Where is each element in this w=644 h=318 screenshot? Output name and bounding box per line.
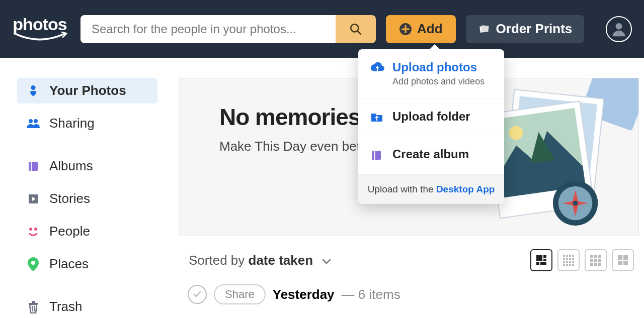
album-icon: [26, 159, 40, 173]
svg-point-14: [31, 261, 35, 265]
order-prints-label: Order Prints: [496, 21, 573, 37]
svg-rect-38: [563, 258, 565, 260]
logo[interactable]: photos: [12, 16, 67, 43]
check-icon: [192, 289, 202, 299]
view-mode-large-grid[interactable]: [612, 249, 634, 271]
svg-rect-37: [572, 255, 574, 257]
sidebar-item-label: Sharing: [49, 116, 95, 131]
people-icon: [26, 117, 40, 131]
dropdown-create-album[interactable]: Create album: [358, 136, 504, 175]
svg-point-28: [573, 200, 578, 205]
profile-avatar[interactable]: [606, 16, 632, 42]
sidebar-item-people[interactable]: People: [17, 219, 157, 244]
svg-rect-64: [374, 151, 375, 160]
dense-grid-icon: [562, 254, 575, 266]
svg-rect-47: [566, 264, 568, 266]
svg-rect-30: [543, 255, 546, 258]
view-mode-dense-grid[interactable]: [557, 249, 580, 271]
cloud-upload-icon: [370, 62, 384, 75]
svg-rect-63: [372, 151, 381, 160]
sidebar-item-albums[interactable]: Albums: [17, 153, 157, 179]
svg-rect-57: [594, 263, 597, 266]
svg-rect-42: [563, 261, 565, 263]
svg-point-13: [34, 228, 37, 231]
location-pin-icon: [26, 257, 40, 271]
add-button[interactable]: Add: [386, 15, 456, 43]
group-title: Yesterday: [273, 287, 335, 302]
svg-rect-16: [32, 301, 35, 303]
trash-icon: [26, 300, 40, 314]
search-bar: [80, 15, 376, 43]
svg-rect-41: [572, 258, 574, 260]
dropdown-item-subtitle: Add photos and videos: [392, 76, 485, 87]
sidebar-item-label: Places: [49, 256, 89, 272]
search-icon: [349, 23, 362, 36]
svg-rect-34: [563, 255, 565, 257]
svg-rect-10: [31, 162, 32, 171]
svg-rect-33: [540, 262, 546, 265]
svg-rect-29: [536, 255, 542, 261]
svg-rect-50: [590, 255, 593, 258]
svg-line-1: [357, 31, 361, 34]
svg-rect-4: [481, 25, 489, 32]
grid-icon: [590, 254, 602, 266]
svg-rect-43: [566, 261, 568, 263]
search-input[interactable]: [80, 15, 336, 43]
svg-rect-35: [566, 255, 568, 257]
sidebar-item-places[interactable]: Places: [17, 251, 157, 277]
desktop-app-link[interactable]: Desktop App: [436, 184, 495, 194]
svg-rect-52: [598, 255, 601, 258]
sidebar-item-label: Your Photos: [49, 83, 126, 98]
select-group-checkbox[interactable]: [188, 285, 207, 304]
svg-rect-48: [569, 264, 571, 266]
svg-rect-9: [29, 162, 38, 171]
chevron-down-icon: [321, 258, 332, 265]
svg-rect-39: [566, 258, 568, 260]
svg-point-6: [31, 85, 35, 90]
order-prints-button[interactable]: Order Prints: [466, 15, 585, 43]
sidebar-item-sharing[interactable]: Sharing: [17, 111, 157, 136]
group-meta: — 6 items: [342, 287, 400, 302]
svg-rect-49: [572, 264, 574, 266]
plus-circle-icon: [399, 23, 412, 36]
svg-rect-51: [594, 255, 597, 258]
dropdown-upload-photos[interactable]: Upload photos Add photos and videos: [358, 49, 504, 98]
svg-rect-32: [536, 262, 539, 265]
dropdown-upload-folder[interactable]: Upload folder: [358, 98, 504, 136]
svg-rect-56: [590, 263, 593, 266]
view-mode-grid[interactable]: [585, 249, 607, 271]
logo-swoosh-icon: [12, 32, 67, 43]
svg-rect-36: [569, 255, 571, 257]
svg-rect-54: [594, 259, 597, 262]
sidebar-item-your-photos[interactable]: Your Photos: [17, 78, 157, 103]
search-button[interactable]: [336, 15, 376, 43]
photo-group-header: Share Yesterday — 6 items: [179, 271, 644, 304]
person-icon: [610, 21, 627, 38]
view-mode-masonry[interactable]: [530, 249, 552, 271]
sort-key: date taken: [249, 253, 313, 268]
svg-rect-55: [598, 259, 601, 262]
sidebar-item-trash[interactable]: Trash: [17, 294, 157, 318]
person-pin-icon: [26, 84, 40, 98]
app-header: photos Add Order Prints: [0, 0, 644, 58]
svg-rect-62: [623, 261, 628, 265]
sidebar-item-label: Albums: [49, 158, 93, 174]
sidebar-item-label: People: [49, 224, 90, 239]
svg-rect-31: [543, 259, 546, 261]
svg-point-5: [616, 23, 622, 29]
add-dropdown: Upload photos Add photos and videos Uplo…: [358, 49, 504, 204]
share-button[interactable]: Share: [214, 284, 266, 304]
logo-text: photos: [13, 16, 66, 33]
album-icon: [370, 149, 384, 163]
play-square-icon: [26, 192, 40, 206]
svg-rect-59: [618, 255, 622, 260]
svg-rect-45: [572, 261, 574, 263]
sidebar-item-stories[interactable]: Stories: [17, 186, 157, 211]
share-label: Share: [225, 288, 255, 300]
prints-icon: [478, 23, 490, 35]
view-mode-group: [530, 249, 634, 271]
sidebar-item-label: Trash: [49, 299, 83, 314]
sort-control[interactable]: Sorted by date taken: [189, 253, 332, 268]
face-icon: [26, 225, 40, 239]
dropdown-footer-text: Upload with the: [368, 184, 436, 194]
